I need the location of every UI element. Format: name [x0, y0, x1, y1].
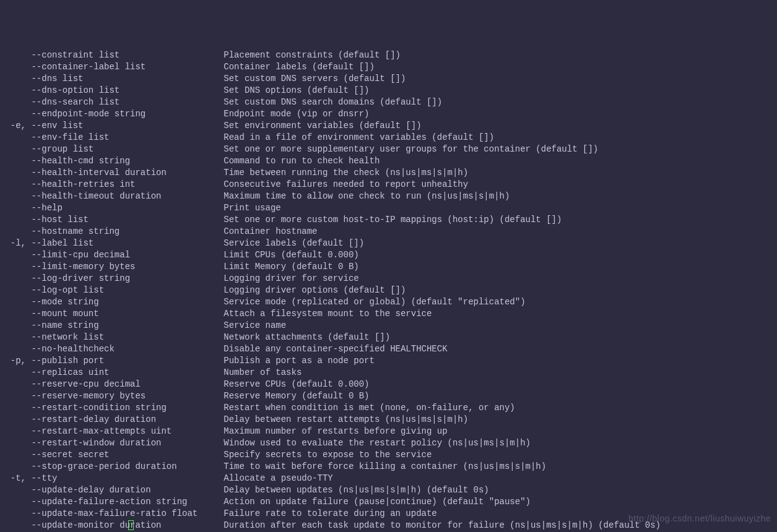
option-line: --limit-cpu decimal Limit CPUs (default … — [0, 249, 777, 261]
long-flag: --env list — [31, 121, 224, 131]
long-flag: --update-monitor duration — [31, 520, 224, 530]
option-line: --dns list Set custom DNS servers (defau… — [0, 73, 777, 85]
short-flag — [0, 320, 31, 330]
long-flag: --hostname string — [31, 226, 224, 236]
short-flag — [0, 508, 31, 518]
long-flag: --update-delay duration — [31, 485, 224, 495]
option-line: -l, --label list Service labels (default… — [0, 238, 777, 249]
short-flag — [0, 226, 31, 236]
long-flag: --reserve-cpu decimal — [31, 379, 224, 389]
short-flag: -e, — [0, 121, 31, 131]
short-flag — [0, 461, 31, 471]
long-flag: --mount mount — [31, 309, 224, 319]
short-flag — [0, 132, 31, 142]
long-flag: --group list — [31, 144, 224, 154]
long-flag: --help — [31, 203, 224, 213]
option-description: Set custom DNS servers (default []) — [224, 74, 406, 84]
option-description: Reserve CPUs (default 0.000) — [224, 379, 369, 389]
option-description: Set environment variables (default []) — [224, 121, 421, 131]
short-flag — [0, 74, 31, 84]
option-line: --log-driver string Logging driver for s… — [0, 273, 777, 285]
option-description: Service labels (default []) — [224, 238, 364, 248]
option-line: -e, --env list Set environment variables… — [0, 120, 777, 132]
long-flag: --update-failure-action string — [31, 497, 224, 507]
option-description: Set one or more custom host-to-IP mappin… — [224, 215, 562, 225]
long-flag: --name string — [31, 320, 224, 330]
short-flag — [0, 309, 31, 319]
short-flag — [0, 109, 31, 119]
option-description: Set custom DNS search domains (default [… — [224, 97, 442, 107]
long-flag: --no-healthcheck — [31, 344, 224, 354]
long-flag: --dns list — [31, 74, 224, 84]
option-line: --restart-window duration Window used to… — [0, 437, 777, 449]
short-flag — [0, 497, 31, 507]
option-description: Read in a file of environment variables … — [224, 132, 494, 142]
long-flag: --constraint list — [31, 50, 224, 60]
option-line: --stop-grace-period duration Time to wai… — [0, 461, 777, 473]
option-line: --limit-memory bytes Limit Memory (defau… — [0, 261, 777, 273]
long-flag: --log-driver string — [31, 273, 224, 283]
short-flag — [0, 203, 31, 213]
option-description: Publish a port as a node port — [224, 356, 375, 366]
option-description: Consecutive failures needed to report un… — [224, 179, 468, 189]
long-flag: --endpoint-mode string — [31, 109, 224, 119]
long-flag: --network list — [31, 332, 224, 342]
short-flag — [0, 403, 31, 413]
option-description: Network attachments (default []) — [224, 332, 390, 342]
option-line: --endpoint-mode string Endpoint mode (vi… — [0, 108, 777, 120]
option-description: Disable any container-specified HEALTHCH… — [224, 344, 447, 354]
option-line: --health-interval duration Time between … — [0, 167, 777, 179]
long-flag: --health-timeout duration — [31, 191, 224, 201]
option-line: --reserve-memory bytes Reserve Memory (d… — [0, 390, 777, 402]
option-line: --health-cmd string Command to run to ch… — [0, 155, 777, 167]
long-flag: --health-retries int — [31, 179, 224, 189]
short-flag — [0, 367, 31, 377]
option-description: Limit CPUs (default 0.000) — [224, 250, 358, 260]
option-line: --no-healthcheck Disable any container-s… — [0, 343, 777, 355]
terminal-output[interactable]: --constraint list Placement constraints … — [0, 49, 777, 532]
option-description: Reserve Memory (default 0 B) — [224, 391, 369, 401]
long-flag: --log-opt list — [31, 285, 224, 295]
long-flag: --env-file list — [31, 132, 224, 142]
option-line: --restart-condition string Restart when … — [0, 402, 777, 414]
short-flag — [0, 179, 31, 189]
long-flag: --label list — [31, 238, 224, 248]
short-flag — [0, 379, 31, 389]
option-line: --mode string Service mode (replicated o… — [0, 296, 777, 308]
short-flag — [0, 156, 31, 166]
option-description: Service mode (replicated or global) (def… — [224, 297, 525, 307]
short-flag — [0, 144, 31, 154]
option-line: -p, --publish port Publish a port as a n… — [0, 355, 777, 367]
short-flag — [0, 426, 31, 436]
option-line: --constraint list Placement constraints … — [0, 49, 777, 61]
long-flag: --dns-option list — [31, 85, 224, 95]
option-description: Action on update failure (pause|continue… — [224, 497, 531, 507]
option-line: --restart-delay duration Delay between r… — [0, 414, 777, 426]
option-description: Allocate a pseudo-TTY — [224, 473, 332, 483]
option-line: --restart-max-attempts uint Maximum numb… — [0, 426, 777, 437]
long-flag: --mode string — [31, 297, 224, 307]
option-description: Delay between restart attempts (ns|us|ms… — [224, 414, 468, 424]
long-flag: --restart-delay duration — [31, 414, 224, 424]
long-flag: --limit-memory bytes — [31, 262, 224, 272]
option-description: Maximum number of restarts before giving… — [224, 426, 447, 436]
option-line: --network list Network attachments (defa… — [0, 332, 777, 343]
option-line: -t, --tty Allocate a pseudo-TTY — [0, 473, 777, 484]
option-description: Endpoint mode (vip or dnsrr) — [224, 109, 369, 119]
option-description: Print usage — [224, 203, 280, 213]
option-description: Set one or more supplementary user group… — [224, 144, 598, 154]
long-flag: --host list — [31, 215, 224, 225]
option-description: Time between running the check (ns|us|ms… — [224, 168, 468, 178]
long-flag: --dns-search list — [31, 97, 224, 107]
option-description: Duration after each task update to monit… — [224, 520, 661, 530]
long-flag: --restart-window duration — [31, 438, 224, 448]
long-flag: --replicas uint — [31, 367, 224, 377]
long-flag: --publish port — [31, 356, 224, 366]
short-flag — [0, 262, 31, 272]
option-line: --reserve-cpu decimal Reserve CPUs (defa… — [0, 379, 777, 390]
option-description: Restart when condition is met (none, on-… — [224, 403, 514, 413]
terminal-cursor — [128, 520, 134, 530]
option-line: --env-file list Read in a file of enviro… — [0, 132, 777, 144]
option-description: Command to run to check health — [224, 156, 380, 166]
watermark-text: http://blog.csdn.net/liushuiwuyizhe — [628, 513, 771, 525]
